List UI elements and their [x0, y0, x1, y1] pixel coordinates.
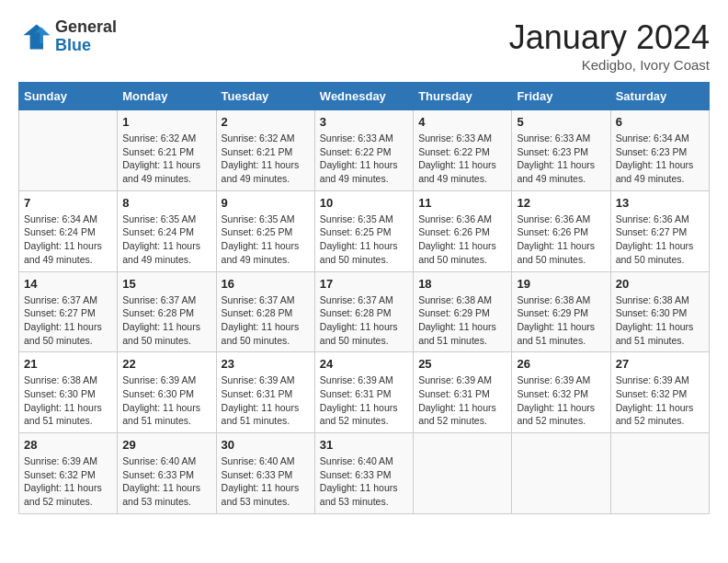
day-number: 6 — [616, 115, 704, 129]
day-info: Sunrise: 6:37 AMSunset: 6:28 PMDaylight:… — [122, 293, 210, 348]
day-cell: 16Sunrise: 6:37 AMSunset: 6:28 PMDayligh… — [216, 271, 314, 352]
day-number: 4 — [418, 115, 506, 129]
month-title: January 2024 — [509, 18, 710, 57]
day-cell: 5Sunrise: 6:33 AMSunset: 6:23 PMDaylight… — [512, 110, 610, 191]
day-number: 31 — [320, 438, 408, 452]
day-cell: 20Sunrise: 6:38 AMSunset: 6:30 PMDayligh… — [610, 271, 709, 352]
day-cell: 21Sunrise: 6:38 AMSunset: 6:30 PMDayligh… — [19, 352, 118, 433]
day-cell: 15Sunrise: 6:37 AMSunset: 6:28 PMDayligh… — [118, 271, 216, 352]
day-info: Sunrise: 6:39 AMSunset: 6:31 PMDaylight:… — [320, 373, 408, 428]
day-cell: 12Sunrise: 6:36 AMSunset: 6:26 PMDayligh… — [512, 190, 610, 271]
day-number: 8 — [122, 196, 210, 210]
day-info: Sunrise: 6:37 AMSunset: 6:27 PMDaylight:… — [24, 293, 112, 348]
calendar-table: SundayMondayTuesdayWednesdayThursdayFrid… — [18, 82, 710, 514]
day-info: Sunrise: 6:33 AMSunset: 6:23 PMDaylight:… — [517, 132, 605, 186]
day-number: 2 — [222, 115, 310, 129]
day-cell: 7Sunrise: 6:34 AMSunset: 6:24 PMDaylight… — [19, 190, 118, 271]
logo-blue: Blue — [55, 37, 117, 55]
day-number: 7 — [24, 196, 112, 210]
day-info: Sunrise: 6:33 AMSunset: 6:22 PMDaylight:… — [320, 132, 408, 186]
day-info: Sunrise: 6:40 AMSunset: 6:33 PMDaylight:… — [222, 454, 310, 509]
day-info: Sunrise: 6:37 AMSunset: 6:28 PMDaylight:… — [320, 293, 408, 348]
day-cell: 25Sunrise: 6:39 AMSunset: 6:31 PMDayligh… — [414, 352, 512, 433]
header-sunday: Sunday — [19, 83, 118, 110]
day-info: Sunrise: 6:39 AMSunset: 6:32 PMDaylight:… — [616, 373, 704, 428]
day-cell: 14Sunrise: 6:37 AMSunset: 6:27 PMDayligh… — [19, 271, 118, 352]
header-monday: Monday — [118, 83, 216, 110]
calendar-body: 1Sunrise: 6:32 AMSunset: 6:21 PMDaylight… — [19, 110, 710, 514]
day-cell: 26Sunrise: 6:39 AMSunset: 6:32 PMDayligh… — [512, 352, 610, 433]
day-cell: 9Sunrise: 6:35 AMSunset: 6:25 PMDaylight… — [216, 190, 314, 271]
week-row-4: 28Sunrise: 6:39 AMSunset: 6:32 PMDayligh… — [19, 433, 710, 514]
day-info: Sunrise: 6:40 AMSunset: 6:33 PMDaylight:… — [320, 454, 408, 509]
day-info: Sunrise: 6:35 AMSunset: 6:25 PMDaylight:… — [320, 213, 408, 267]
header-saturday: Saturday — [610, 83, 709, 110]
logo: General Blue — [18, 18, 117, 55]
logo-general: General — [55, 18, 117, 37]
day-number: 27 — [616, 357, 704, 371]
day-info: Sunrise: 6:32 AMSunset: 6:21 PMDaylight:… — [122, 132, 210, 186]
day-info: Sunrise: 6:35 AMSunset: 6:24 PMDaylight:… — [122, 213, 210, 267]
day-number: 3 — [320, 115, 408, 129]
day-cell — [512, 433, 610, 514]
calendar-header: SundayMondayTuesdayWednesdayThursdayFrid… — [19, 83, 710, 110]
day-number: 17 — [320, 277, 408, 291]
day-number: 14 — [24, 277, 112, 291]
day-number: 24 — [320, 357, 408, 371]
week-row-3: 21Sunrise: 6:38 AMSunset: 6:30 PMDayligh… — [19, 352, 710, 433]
day-number: 10 — [320, 196, 408, 210]
day-info: Sunrise: 6:39 AMSunset: 6:32 PMDaylight:… — [24, 454, 112, 509]
day-cell: 2Sunrise: 6:32 AMSunset: 6:21 PMDaylight… — [216, 110, 314, 191]
title-area: January 2024 Kedigbo, Ivory Coast — [509, 18, 710, 73]
week-row-2: 14Sunrise: 6:37 AMSunset: 6:27 PMDayligh… — [19, 271, 710, 352]
header-row: SundayMondayTuesdayWednesdayThursdayFrid… — [19, 83, 710, 110]
day-cell: 28Sunrise: 6:39 AMSunset: 6:32 PMDayligh… — [19, 433, 118, 514]
page-header: General Blue January 2024 Kedigbo, Ivory… — [18, 18, 710, 73]
day-number: 29 — [122, 438, 210, 452]
week-row-1: 7Sunrise: 6:34 AMSunset: 6:24 PMDaylight… — [19, 190, 710, 271]
logo-icon — [18, 20, 51, 53]
day-cell: 29Sunrise: 6:40 AMSunset: 6:33 PMDayligh… — [118, 433, 216, 514]
day-info: Sunrise: 6:36 AMSunset: 6:26 PMDaylight:… — [418, 213, 506, 267]
day-info: Sunrise: 6:40 AMSunset: 6:33 PMDaylight:… — [122, 454, 210, 509]
day-info: Sunrise: 6:39 AMSunset: 6:30 PMDaylight:… — [122, 373, 210, 428]
header-friday: Friday — [512, 83, 610, 110]
day-cell — [610, 433, 709, 514]
day-info: Sunrise: 6:39 AMSunset: 6:31 PMDaylight:… — [222, 373, 310, 428]
day-cell: 6Sunrise: 6:34 AMSunset: 6:23 PMDaylight… — [610, 110, 709, 191]
day-info: Sunrise: 6:34 AMSunset: 6:24 PMDaylight:… — [24, 213, 112, 267]
day-info: Sunrise: 6:36 AMSunset: 6:26 PMDaylight:… — [517, 213, 605, 267]
day-cell: 8Sunrise: 6:35 AMSunset: 6:24 PMDaylight… — [118, 190, 216, 271]
day-info: Sunrise: 6:35 AMSunset: 6:25 PMDaylight:… — [222, 213, 310, 267]
day-number: 22 — [122, 357, 210, 371]
week-row-0: 1Sunrise: 6:32 AMSunset: 6:21 PMDaylight… — [19, 110, 710, 191]
day-info: Sunrise: 6:38 AMSunset: 6:29 PMDaylight:… — [517, 293, 605, 348]
day-number: 9 — [222, 196, 310, 210]
day-cell — [19, 110, 118, 191]
day-number: 18 — [418, 277, 506, 291]
day-info: Sunrise: 6:36 AMSunset: 6:27 PMDaylight:… — [616, 213, 704, 267]
day-info: Sunrise: 6:39 AMSunset: 6:31 PMDaylight:… — [418, 373, 506, 428]
day-number: 19 — [517, 277, 605, 291]
day-info: Sunrise: 6:33 AMSunset: 6:22 PMDaylight:… — [418, 132, 506, 186]
day-cell: 30Sunrise: 6:40 AMSunset: 6:33 PMDayligh… — [216, 433, 314, 514]
day-info: Sunrise: 6:32 AMSunset: 6:21 PMDaylight:… — [222, 132, 310, 186]
header-tuesday: Tuesday — [216, 83, 314, 110]
svg-marker-0 — [23, 24, 50, 49]
day-number: 12 — [517, 196, 605, 210]
day-cell: 17Sunrise: 6:37 AMSunset: 6:28 PMDayligh… — [314, 271, 413, 352]
day-info: Sunrise: 6:38 AMSunset: 6:29 PMDaylight:… — [418, 293, 506, 348]
day-info: Sunrise: 6:39 AMSunset: 6:32 PMDaylight:… — [517, 373, 605, 428]
day-cell — [414, 433, 512, 514]
day-cell: 23Sunrise: 6:39 AMSunset: 6:31 PMDayligh… — [216, 352, 314, 433]
day-number: 5 — [517, 115, 605, 129]
day-cell: 27Sunrise: 6:39 AMSunset: 6:32 PMDayligh… — [610, 352, 709, 433]
day-cell: 4Sunrise: 6:33 AMSunset: 6:22 PMDaylight… — [414, 110, 512, 191]
day-cell: 13Sunrise: 6:36 AMSunset: 6:27 PMDayligh… — [610, 190, 709, 271]
day-number: 15 — [122, 277, 210, 291]
day-cell: 22Sunrise: 6:39 AMSunset: 6:30 PMDayligh… — [118, 352, 216, 433]
day-number: 28 — [24, 438, 112, 452]
day-cell: 10Sunrise: 6:35 AMSunset: 6:25 PMDayligh… — [314, 190, 413, 271]
day-number: 11 — [418, 196, 506, 210]
day-cell: 24Sunrise: 6:39 AMSunset: 6:31 PMDayligh… — [314, 352, 413, 433]
